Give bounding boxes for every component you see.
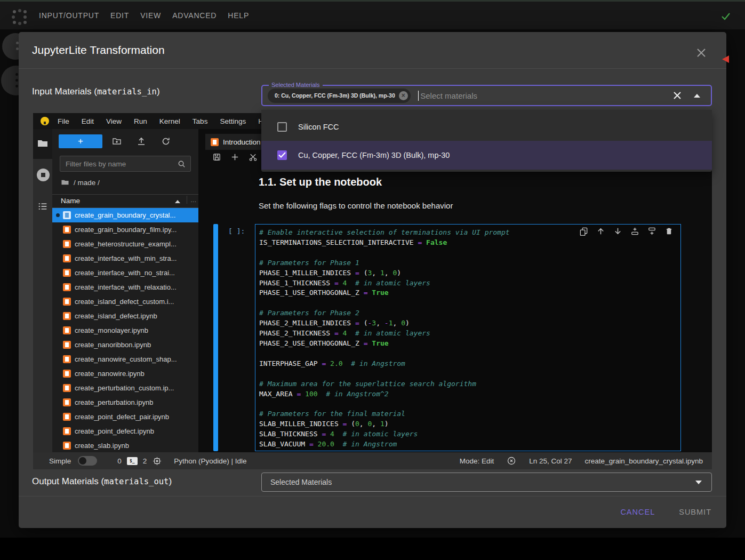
app-bar: INPUT/OUTPUT EDIT VIEW ADVANCED HELP — [0, 0, 745, 29]
jupyter-menus: File Edit View Run Kernel Tabs Settings … — [58, 117, 273, 125]
file-label: create_nanoribbon.ipynb — [75, 341, 151, 349]
jp-menu-tabs[interactable]: Tabs — [193, 117, 208, 125]
save-icon[interactable] — [212, 153, 221, 162]
notebook-file-icon — [63, 211, 71, 219]
active-filename: create_grain_boundary_crystal.ipynb — [585, 457, 703, 465]
code-line — [259, 399, 676, 409]
insert-cell-above-icon[interactable] — [630, 227, 639, 236]
menu-view[interactable]: VIEW — [140, 1, 161, 30]
menu-help[interactable]: HELP — [228, 1, 249, 30]
file-browser-icon[interactable] — [37, 138, 49, 149]
jp-menu-kernel[interactable]: Kernel — [159, 117, 180, 125]
move-cell-up-icon[interactable] — [596, 227, 605, 236]
menu-input-output[interactable]: INPUT/OUTPUT — [39, 1, 99, 30]
check-icon[interactable] — [720, 10, 732, 22]
refresh-icon[interactable] — [161, 137, 171, 146]
file-row[interactable]: create_slab.ipynb — [52, 438, 198, 452]
text-cursor — [418, 91, 419, 101]
name-column-header[interactable]: Name — [61, 197, 80, 205]
chevron-up-icon[interactable] — [694, 94, 700, 98]
file-row[interactable]: create_point_defect.ipynb — [52, 424, 198, 438]
breadcrumb-path[interactable]: / made / — [74, 179, 100, 187]
folder-icon[interactable] — [61, 178, 69, 187]
close-icon[interactable] — [695, 47, 707, 59]
notebook-subheading: Set the following flags to control the n… — [259, 201, 453, 210]
kernel-status[interactable]: Python (Pyodide) | Idle — [174, 457, 246, 465]
output-materials-label: Output Materials (materials_out) — [32, 476, 172, 487]
new-launcher-button[interactable]: + — [59, 134, 102, 148]
submit-button[interactable]: SUBMIT — [679, 508, 711, 516]
insert-cell-below-icon[interactable] — [647, 227, 656, 236]
file-label: create_perturbation.ipynb — [75, 398, 153, 406]
upload-icon[interactable] — [137, 137, 146, 146]
output-materials-select[interactable]: Selected Materials — [261, 473, 712, 492]
simple-mode-toggle[interactable] — [78, 456, 97, 466]
jp-menu-file[interactable]: File — [58, 117, 69, 125]
file-row[interactable]: create_perturbation_custom.ip... — [52, 381, 198, 395]
code-line: PHASE_1_THICKNESS = 4 # in atomic layers — [259, 278, 676, 289]
notebook-file-icon — [63, 254, 71, 262]
file-filter-input[interactable] — [60, 156, 167, 171]
menu-advanced[interactable]: ADVANCED — [172, 1, 217, 30]
file-row[interactable]: create_monolayer.ipynb — [52, 323, 198, 338]
cell-prompt: [ ]: — [228, 227, 245, 235]
code-line: # Parameters for the final material — [259, 409, 676, 419]
file-row[interactable]: create_nanowire_custom_shap... — [52, 352, 198, 366]
jupyterlite-transformation-dialog: JupyterLite Transformation Input Materia… — [19, 32, 726, 528]
file-row[interactable]: create_interface_with_min_stra... — [52, 251, 198, 266]
terminal-icon[interactable]: $_ — [127, 457, 138, 465]
jp-menu-view[interactable]: View — [106, 117, 122, 125]
code-line: IS_TERMINATIONS_SELECTION_INTERACTIVE = … — [259, 238, 676, 248]
code-cell[interactable]: # Enable interactive selection of termin… — [255, 224, 681, 451]
output-materials-suffix: ) — [169, 476, 172, 486]
code-line: INTERPHASE_GAP = 2.0 # in Angstrom — [259, 359, 676, 369]
red-marker-icon — [722, 55, 729, 63]
cell-collapser[interactable] — [213, 224, 218, 451]
jp-menu-edit[interactable]: Edit — [82, 117, 94, 125]
file-row[interactable]: create_nanowire.ipynb — [52, 366, 198, 381]
insert-cell-icon[interactable] — [230, 153, 239, 162]
checkbox-icon[interactable] — [277, 122, 287, 132]
status-right: Mode: Edit Ln 25, Col 27 create_grain_bo… — [460, 456, 703, 466]
materials-multiselect-field[interactable]: Selected Materials 0: Cu, Copper, FCC (F… — [261, 85, 712, 106]
file-row[interactable]: create_interface_with_relaxatio... — [52, 280, 198, 294]
materials-dropdown-menu: Silicon FCC Cu, Copper, FCC (Fm-3m) 3D (… — [261, 110, 712, 172]
file-row[interactable]: create_interface_with_no_strai... — [52, 266, 198, 280]
clear-selection-icon[interactable] — [672, 91, 682, 100]
running-kernels-icon[interactable] — [37, 169, 50, 181]
notebook-file-icon — [63, 370, 71, 378]
file-row[interactable]: create_grain_boundary_crystal... — [52, 208, 198, 222]
jp-menu-settings[interactable]: Settings — [220, 117, 246, 125]
code-line: PHASE_2_MILLER_INDICES = (-3, -1, 0) — [259, 318, 676, 329]
cut-cells-icon[interactable] — [249, 153, 258, 162]
file-row[interactable]: create_point_defect_pair.ipynb — [52, 410, 198, 424]
chip-delete-icon[interactable]: × — [399, 91, 408, 100]
new-folder-icon[interactable] — [112, 137, 122, 146]
table-of-contents-icon[interactable] — [37, 201, 49, 212]
file-label: create_interface_with_no_strai... — [75, 269, 175, 277]
material-option[interactable]: Cu, Copper, FCC (Fm-3m) 3D (Bulk), mp-30 — [261, 141, 712, 170]
materials-search-input[interactable] — [420, 91, 672, 100]
file-row[interactable]: create_island_defect.ipynb — [52, 309, 198, 323]
move-cell-down-icon[interactable] — [613, 227, 622, 236]
duplicate-cell-icon[interactable] — [579, 227, 588, 236]
file-row[interactable]: create_nanoribbon.ipynb — [52, 338, 198, 352]
file-row[interactable]: create_island_defect_custom.i... — [52, 294, 198, 309]
output-materials-prefix: Output Materials ( — [32, 476, 104, 486]
file-row[interactable]: create_grain_boundary_film.ipy... — [52, 222, 198, 237]
cancel-button[interactable]: CANCEL — [620, 508, 655, 516]
modified-column-header[interactable]: ... — [187, 196, 196, 204]
jp-menu-run[interactable]: Run — [134, 117, 147, 125]
menu-edit[interactable]: EDIT — [110, 1, 129, 30]
material-option[interactable]: Silicon FCC — [261, 113, 712, 141]
delete-cell-icon[interactable] — [664, 227, 674, 236]
cursor-position[interactable]: Ln 25, Col 27 — [529, 457, 572, 465]
selected-material-chip[interactable]: 0: Cu, Copper, FCC (Fm-3m) 3D (Bulk), mp… — [268, 89, 411, 103]
kernel-chip-icon[interactable] — [153, 457, 162, 466]
file-row[interactable]: create_heterostructure_exampl... — [52, 237, 198, 251]
trust-shield-icon[interactable] — [507, 456, 516, 466]
sort-ascending-icon[interactable] — [175, 200, 180, 203]
checkbox-icon[interactable] — [277, 150, 287, 160]
file-row[interactable]: create_perturbation.ipynb — [52, 395, 198, 410]
app-logo-dots-icon — [13, 10, 16, 13]
